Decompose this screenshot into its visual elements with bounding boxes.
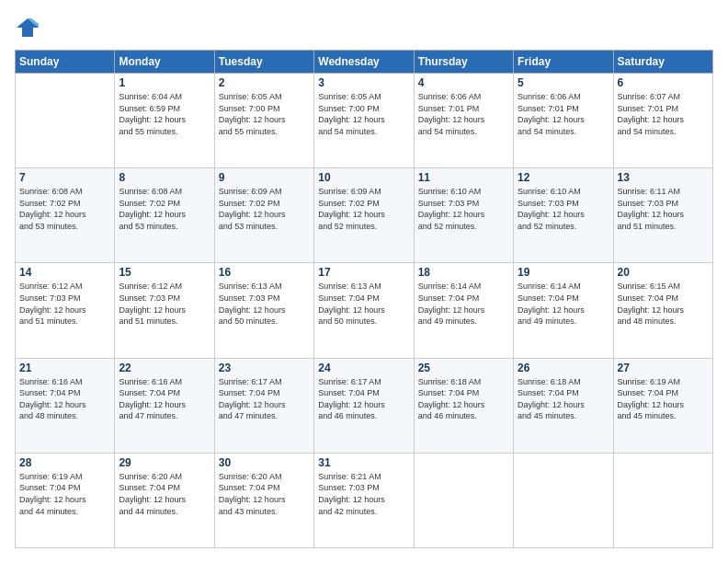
calendar-cell: 31Sunrise: 6:21 AM Sunset: 7:03 PM Dayli… — [314, 453, 414, 547]
day-info: Sunrise: 6:18 AM Sunset: 7:04 PM Dayligh… — [418, 376, 509, 422]
weekday-header-monday: Monday — [115, 51, 214, 74]
calendar-week-row: 28Sunrise: 6:19 AM Sunset: 7:04 PM Dayli… — [16, 453, 713, 547]
day-info: Sunrise: 6:17 AM Sunset: 7:04 PM Dayligh… — [219, 376, 310, 422]
weekday-header-tuesday: Tuesday — [214, 51, 313, 74]
day-number: 30 — [219, 456, 310, 469]
calendar-cell: 11Sunrise: 6:10 AM Sunset: 7:03 PM Dayli… — [414, 168, 513, 263]
weekday-header-row: SundayMondayTuesdayWednesdayThursdayFrid… — [16, 51, 713, 74]
calendar-cell: 14Sunrise: 6:12 AM Sunset: 7:03 PM Dayli… — [16, 263, 115, 358]
day-info: Sunrise: 6:05 AM Sunset: 7:00 PM Dayligh… — [318, 91, 409, 137]
day-info: Sunrise: 6:19 AM Sunset: 7:04 PM Dayligh… — [19, 471, 110, 517]
calendar-cell: 2Sunrise: 6:05 AM Sunset: 7:00 PM Daylig… — [214, 74, 313, 168]
day-info: Sunrise: 6:08 AM Sunset: 7:02 PM Dayligh… — [119, 186, 210, 232]
calendar-cell: 7Sunrise: 6:08 AM Sunset: 7:02 PM Daylig… — [16, 168, 115, 263]
calendar-cell: 5Sunrise: 6:06 AM Sunset: 7:01 PM Daylig… — [514, 74, 613, 168]
calendar-cell — [414, 453, 513, 547]
day-number: 12 — [518, 171, 609, 184]
day-number: 22 — [119, 362, 210, 374]
weekday-header-wednesday: Wednesday — [314, 51, 414, 74]
day-number: 2 — [219, 76, 310, 89]
calendar-cell: 19Sunrise: 6:14 AM Sunset: 7:04 PM Dayli… — [514, 263, 613, 358]
calendar-cell: 15Sunrise: 6:12 AM Sunset: 7:03 PM Dayli… — [115, 263, 214, 358]
calendar-cell: 21Sunrise: 6:16 AM Sunset: 7:04 PM Dayli… — [16, 358, 115, 453]
calendar-cell: 24Sunrise: 6:17 AM Sunset: 7:04 PM Dayli… — [314, 358, 414, 453]
day-number: 3 — [318, 76, 409, 89]
day-number: 8 — [119, 171, 210, 184]
calendar-cell: 25Sunrise: 6:18 AM Sunset: 7:04 PM Dayli… — [414, 358, 513, 453]
day-info: Sunrise: 6:15 AM Sunset: 7:04 PM Dayligh… — [618, 281, 709, 327]
day-number: 20 — [618, 266, 709, 279]
day-info: Sunrise: 6:17 AM Sunset: 7:04 PM Dayligh… — [318, 376, 409, 422]
day-number: 13 — [618, 171, 709, 184]
day-info: Sunrise: 6:11 AM Sunset: 7:03 PM Dayligh… — [618, 186, 709, 232]
calendar-cell: 1Sunrise: 6:04 AM Sunset: 6:59 PM Daylig… — [115, 74, 214, 168]
day-number: 15 — [119, 266, 210, 279]
calendar-cell — [613, 453, 712, 547]
day-info: Sunrise: 6:05 AM Sunset: 7:00 PM Dayligh… — [219, 91, 310, 137]
calendar-cell: 22Sunrise: 6:16 AM Sunset: 7:04 PM Dayli… — [115, 358, 214, 453]
day-info: Sunrise: 6:10 AM Sunset: 7:03 PM Dayligh… — [418, 186, 509, 232]
day-number: 31 — [318, 456, 409, 469]
day-number: 21 — [19, 362, 110, 374]
logo-icon — [15, 15, 40, 40]
calendar-cell: 29Sunrise: 6:20 AM Sunset: 7:04 PM Dayli… — [115, 453, 214, 547]
calendar-table: SundayMondayTuesdayWednesdayThursdayFrid… — [15, 50, 713, 548]
day-number: 29 — [119, 456, 210, 469]
calendar-cell: 10Sunrise: 6:09 AM Sunset: 7:02 PM Dayli… — [314, 168, 414, 263]
header — [15, 15, 713, 40]
day-number: 18 — [418, 266, 509, 279]
calendar-cell: 20Sunrise: 6:15 AM Sunset: 7:04 PM Dayli… — [613, 263, 712, 358]
weekday-header-sunday: Sunday — [16, 51, 115, 74]
calendar-week-row: 14Sunrise: 6:12 AM Sunset: 7:03 PM Dayli… — [16, 263, 713, 358]
day-info: Sunrise: 6:07 AM Sunset: 7:01 PM Dayligh… — [618, 91, 709, 137]
day-info: Sunrise: 6:06 AM Sunset: 7:01 PM Dayligh… — [518, 91, 609, 137]
day-info: Sunrise: 6:04 AM Sunset: 6:59 PM Dayligh… — [119, 91, 210, 137]
calendar-cell: 3Sunrise: 6:05 AM Sunset: 7:00 PM Daylig… — [314, 74, 414, 168]
weekday-header-friday: Friday — [514, 51, 613, 74]
calendar-cell: 23Sunrise: 6:17 AM Sunset: 7:04 PM Dayli… — [214, 358, 313, 453]
day-info: Sunrise: 6:18 AM Sunset: 7:04 PM Dayligh… — [518, 376, 609, 422]
day-number: 17 — [318, 266, 409, 279]
calendar-cell: 28Sunrise: 6:19 AM Sunset: 7:04 PM Dayli… — [16, 453, 115, 547]
calendar-cell: 13Sunrise: 6:11 AM Sunset: 7:03 PM Dayli… — [613, 168, 712, 263]
weekday-header-saturday: Saturday — [613, 51, 712, 74]
day-number: 7 — [19, 171, 110, 184]
logo — [15, 15, 42, 40]
calendar-cell: 8Sunrise: 6:08 AM Sunset: 7:02 PM Daylig… — [115, 168, 214, 263]
day-info: Sunrise: 6:14 AM Sunset: 7:04 PM Dayligh… — [418, 281, 509, 327]
day-info: Sunrise: 6:12 AM Sunset: 7:03 PM Dayligh… — [119, 281, 210, 327]
day-number: 16 — [219, 266, 310, 279]
calendar-cell — [16, 74, 115, 168]
day-info: Sunrise: 6:10 AM Sunset: 7:03 PM Dayligh… — [518, 186, 609, 232]
day-info: Sunrise: 6:09 AM Sunset: 7:02 PM Dayligh… — [318, 186, 409, 232]
day-info: Sunrise: 6:16 AM Sunset: 7:04 PM Dayligh… — [119, 376, 210, 422]
calendar-cell: 18Sunrise: 6:14 AM Sunset: 7:04 PM Dayli… — [414, 263, 513, 358]
day-number: 5 — [518, 76, 609, 89]
day-info: Sunrise: 6:20 AM Sunset: 7:04 PM Dayligh… — [219, 471, 310, 517]
calendar-cell: 17Sunrise: 6:13 AM Sunset: 7:04 PM Dayli… — [314, 263, 414, 358]
day-info: Sunrise: 6:21 AM Sunset: 7:03 PM Dayligh… — [318, 471, 409, 517]
day-number: 6 — [618, 76, 709, 89]
day-number: 4 — [418, 76, 509, 89]
day-info: Sunrise: 6:06 AM Sunset: 7:01 PM Dayligh… — [418, 91, 509, 137]
day-info: Sunrise: 6:16 AM Sunset: 7:04 PM Dayligh… — [19, 376, 110, 422]
calendar-week-row: 21Sunrise: 6:16 AM Sunset: 7:04 PM Dayli… — [16, 358, 713, 453]
calendar-cell: 16Sunrise: 6:13 AM Sunset: 7:03 PM Dayli… — [214, 263, 313, 358]
day-number: 10 — [318, 171, 409, 184]
day-number: 25 — [418, 362, 509, 374]
day-info: Sunrise: 6:20 AM Sunset: 7:04 PM Dayligh… — [119, 471, 210, 517]
day-number: 19 — [518, 266, 609, 279]
day-number: 27 — [618, 362, 709, 374]
calendar-cell: 12Sunrise: 6:10 AM Sunset: 7:03 PM Dayli… — [514, 168, 613, 263]
day-number: 9 — [219, 171, 310, 184]
calendar-cell: 26Sunrise: 6:18 AM Sunset: 7:04 PM Dayli… — [514, 358, 613, 453]
calendar-cell: 30Sunrise: 6:20 AM Sunset: 7:04 PM Dayli… — [214, 453, 313, 547]
calendar-cell — [514, 453, 613, 547]
calendar-cell: 27Sunrise: 6:19 AM Sunset: 7:04 PM Dayli… — [613, 358, 712, 453]
day-number: 24 — [318, 362, 409, 374]
day-info: Sunrise: 6:19 AM Sunset: 7:04 PM Dayligh… — [618, 376, 709, 422]
day-number: 11 — [418, 171, 509, 184]
day-info: Sunrise: 6:14 AM Sunset: 7:04 PM Dayligh… — [518, 281, 609, 327]
page: SundayMondayTuesdayWednesdayThursdayFrid… — [0, 0, 728, 563]
calendar-cell: 9Sunrise: 6:09 AM Sunset: 7:02 PM Daylig… — [214, 168, 313, 263]
